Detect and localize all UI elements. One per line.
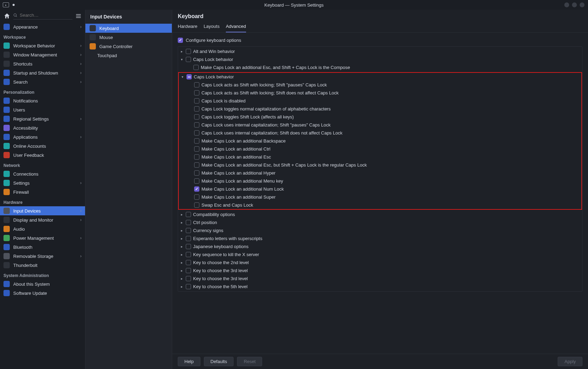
option-checkbox[interactable] (194, 114, 199, 120)
chevron-right-icon[interactable]: ▸ (180, 237, 184, 240)
chevron-right-icon[interactable]: ▸ (180, 213, 184, 216)
reset-button[interactable]: Reset (237, 357, 262, 366)
sidebar-item-online-accounts[interactable]: Online Accounts (0, 141, 85, 151)
sidebar-item-appearance[interactable]: Appearance› (0, 22, 85, 31)
subcategory-item-touchpad[interactable]: Touchpad (85, 51, 172, 60)
option-checkbox[interactable] (194, 146, 199, 152)
minimize-button[interactable] (564, 2, 569, 7)
tree-row[interactable]: ▸Key to choose the 5th level (178, 283, 582, 291)
option-checkbox[interactable] (186, 236, 191, 241)
subcategory-item-mouse[interactable]: Mouse (85, 33, 172, 42)
sidebar-item-user-feedback[interactable]: User Feedback (0, 151, 85, 160)
tree-row[interactable]: ▸Currency signs (178, 226, 582, 235)
sidebar-item-about-this-system[interactable]: About this System (0, 279, 85, 289)
tree-row[interactable]: ▸Caps Lock toggles normal capitalization… (179, 105, 581, 113)
tree-row[interactable]: ▸Swap Esc and Caps Lock (179, 201, 581, 209)
configure-keyboard-options-checkbox[interactable] (178, 38, 183, 43)
option-checkbox[interactable] (194, 138, 199, 144)
chevron-right-icon[interactable]: ▸ (180, 229, 184, 232)
chevron-down-icon[interactable]: ▾ (180, 75, 184, 79)
sidebar-item-firewall[interactable]: Firewall (0, 187, 85, 197)
option-checkbox[interactable] (193, 65, 199, 70)
chevron-right-icon[interactable]: ▸ (180, 285, 184, 289)
chevron-right-icon[interactable]: ▸ (180, 269, 184, 272)
sidebar-item-thunderbolt[interactable]: Thunderbolt (0, 261, 85, 270)
tab-layouts[interactable]: Layouts (204, 24, 220, 32)
sidebar-item-power-management[interactable]: Power Management› (0, 233, 85, 243)
defaults-button[interactable]: Defaults (204, 357, 234, 366)
option-checkbox[interactable] (194, 194, 199, 200)
option-checkbox[interactable] (186, 260, 191, 265)
sidebar-item-bluetooth[interactable]: Bluetooth (0, 243, 85, 252)
sidebar-item-window-management[interactable]: Window Management› (0, 50, 85, 59)
search-input[interactable] (20, 13, 72, 18)
option-checkbox[interactable] (186, 220, 191, 225)
sidebar-item-startup-and-shutdown[interactable]: Startup and Shutdown› (0, 68, 85, 77)
sidebar-item-input-devices[interactable]: Input Devices› (0, 206, 85, 215)
tree-row[interactable]: ▸Make Caps Lock an additional Num Lock (179, 185, 581, 193)
apply-button[interactable]: Apply (558, 357, 582, 366)
tree-row[interactable]: ▸Caps Lock acts as Shift with locking; S… (179, 81, 581, 89)
tree-row[interactable]: ▸Make Caps Lock an additional Menu key (179, 177, 581, 185)
option-checkbox[interactable] (194, 178, 199, 184)
tree-row[interactable]: ▾Caps Lock behavior (179, 73, 581, 81)
option-checkbox[interactable] (194, 122, 199, 128)
chevron-right-icon[interactable]: ▸ (180, 49, 184, 53)
help-button[interactable]: Help (178, 357, 200, 366)
tree-row[interactable]: ▸Caps Lock acts as Shift with locking; S… (179, 89, 581, 97)
tree-row[interactable]: ▸Key sequence to kill the X server (178, 251, 582, 259)
app-menu-icon[interactable] (3, 2, 9, 7)
option-checkbox[interactable] (194, 82, 199, 87)
tree-row[interactable]: ▸Compatibility options (178, 210, 582, 218)
tree-row[interactable]: ▸Make Caps Lock an additional Esc, but S… (179, 161, 581, 169)
search-field[interactable] (13, 13, 72, 20)
tree-row[interactable]: ▸Caps Lock is disabled (179, 97, 581, 105)
maximize-button[interactable] (572, 2, 577, 7)
subcategory-item-game-controller[interactable]: Game Controller (85, 42, 172, 51)
option-checkbox[interactable] (186, 284, 191, 289)
tree-row[interactable]: ▸Make Caps Lock an additional Ctrl (179, 145, 581, 153)
hamburger-icon[interactable] (75, 13, 82, 19)
tree-row[interactable]: ▸Key to choose the 2nd level (178, 259, 582, 267)
home-icon[interactable] (3, 13, 10, 20)
sidebar-item-applications[interactable]: Applications› (0, 132, 85, 141)
tree-row[interactable]: ▸Caps Lock toggles Shift Lock (affects a… (179, 113, 581, 121)
tree-row[interactable]: ▸Make Caps Lock an additional Esc, and S… (178, 63, 582, 71)
option-checkbox[interactable] (186, 276, 191, 281)
tree-row[interactable]: ▸Japanese keyboard options (178, 243, 582, 251)
sidebar-item-search[interactable]: Search› (0, 77, 85, 86)
option-checkbox[interactable] (186, 49, 191, 54)
chevron-down-icon[interactable]: ▾ (180, 57, 184, 61)
sidebar-item-users[interactable]: Users (0, 105, 85, 114)
tree-row[interactable]: ▸Alt and Win behavior (178, 47, 582, 55)
sidebar-item-accessibility[interactable]: Accessibility (0, 123, 85, 132)
chevron-right-icon[interactable]: ▸ (180, 253, 184, 256)
tree-row[interactable]: ▸Caps Lock uses internal capitalization;… (179, 129, 581, 137)
option-checkbox[interactable] (194, 98, 199, 103)
sidebar-item-removable-storage[interactable]: Removable Storage› (0, 252, 85, 261)
tree-row[interactable]: ▸Make Caps Lock an additional Hyper (179, 169, 581, 177)
option-checkbox[interactable] (186, 252, 191, 257)
option-checkbox[interactable] (194, 130, 199, 136)
tree-row[interactable]: ▸Key to choose the 3rd level (178, 275, 582, 283)
subcategory-item-keyboard[interactable]: Keyboard (85, 24, 172, 33)
sidebar-item-shortcuts[interactable]: Shortcuts› (0, 59, 85, 68)
tree-row[interactable]: ▸Make Caps Lock an additional Backspace (179, 137, 581, 145)
option-checkbox[interactable] (194, 170, 199, 176)
option-checkbox[interactable] (186, 228, 191, 233)
option-checkbox[interactable] (186, 212, 191, 217)
option-checkbox[interactable] (194, 90, 199, 95)
chevron-right-icon[interactable]: ▸ (180, 221, 184, 224)
option-checkbox[interactable] (186, 57, 191, 62)
sidebar-item-regional-settings[interactable]: Regional Settings› (0, 114, 85, 123)
sidebar-item-settings[interactable]: Settings› (0, 178, 85, 187)
chevron-right-icon[interactable]: ▸ (180, 245, 184, 248)
sidebar-item-display-and-monitor[interactable]: Display and Monitor› (0, 215, 85, 224)
option-checkbox[interactable] (186, 244, 191, 249)
chevron-right-icon[interactable]: ▸ (180, 261, 184, 264)
tree-row[interactable]: ▸Make Caps Lock an additional Esc (179, 153, 581, 161)
tree-row[interactable]: ▾Caps Lock behavior (178, 55, 582, 63)
tree-row[interactable]: ▸Ctrl position (178, 218, 582, 226)
option-checkbox[interactable] (186, 74, 192, 79)
sidebar-item-workspace-behavior[interactable]: Workspace Behavior› (0, 41, 85, 50)
